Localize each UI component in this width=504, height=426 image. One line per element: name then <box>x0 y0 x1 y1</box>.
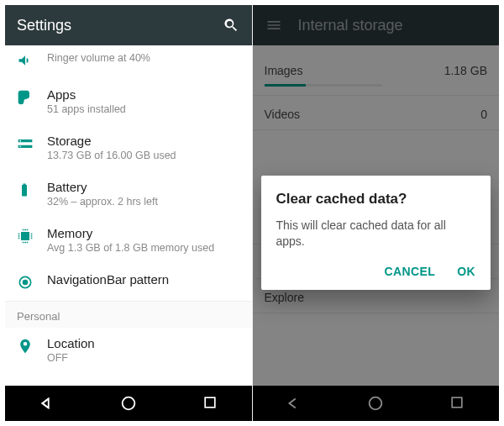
android-navbar-right <box>253 386 500 421</box>
storage-subtitle: 13.73 GB of 16.00 GB used <box>47 150 176 161</box>
svg-point-1 <box>19 146 21 148</box>
navpat-title: NavigationBar pattern <box>47 272 169 287</box>
home-icon[interactable] <box>119 394 138 413</box>
back-icon[interactable] <box>37 394 55 413</box>
settings-list[interactable]: Ringer volume at 40% Apps 51 apps instal… <box>5 45 252 386</box>
cancel-button[interactable]: CANCEL <box>384 265 435 278</box>
svg-point-0 <box>19 140 21 142</box>
recents-icon[interactable] <box>202 394 220 413</box>
apps-title: Apps <box>47 87 126 102</box>
settings-title: Settings <box>17 17 71 34</box>
memory-title: Memory <box>47 226 214 240</box>
location-icon <box>17 338 47 355</box>
battery-icon <box>17 181 47 198</box>
clear-cache-dialog: Clear cached data? This will clear cache… <box>261 176 491 290</box>
section-personal: Personal <box>5 301 252 328</box>
svg-rect-5 <box>205 397 215 408</box>
android-navbar-left <box>5 386 252 421</box>
location-subtitle: OFF <box>47 352 95 364</box>
settings-appbar: Settings <box>5 5 252 45</box>
settings-item-storage[interactable]: Storage 13.73 GB of 16.00 GB used <box>5 125 252 171</box>
settings-item-memory[interactable]: Memory Avg 1.3 GB of 1.8 GB memory used <box>5 218 252 264</box>
battery-subtitle: 32% – approx. 2 hrs left <box>47 196 158 208</box>
svg-point-3 <box>24 281 28 285</box>
memory-icon <box>17 228 47 245</box>
volume-icon <box>17 52 47 69</box>
settings-item-location[interactable]: Location OFF <box>5 328 252 374</box>
storage-appbar: Internal storage <box>253 5 500 45</box>
storage-screen: Internal storage Images 1.18 GB Videos 0 <box>252 5 500 421</box>
settings-item-sound[interactable]: Ringer volume at 40% <box>5 45 252 79</box>
settings-screen: Settings Ringer volume at 40% <box>5 5 252 421</box>
settings-item-navbar-pattern[interactable]: NavigationBar pattern <box>5 264 252 301</box>
dialog-title: Clear cached data? <box>276 191 476 208</box>
search-icon[interactable] <box>222 16 240 34</box>
memory-subtitle: Avg 1.3 GB of 1.8 GB memory used <box>47 242 214 254</box>
navbar-icon <box>17 274 47 291</box>
storage-title: Storage <box>47 134 176 148</box>
settings-item-apps[interactable]: Apps 51 apps installed <box>5 79 252 125</box>
dialog-body: This will clear cached data for all apps… <box>276 218 476 250</box>
apps-subtitle: 51 apps installed <box>47 103 126 115</box>
location-title: Location <box>47 336 95 350</box>
storage-icon <box>17 135 47 152</box>
ok-button[interactable]: OK <box>457 265 475 278</box>
battery-title: Battery <box>47 180 158 194</box>
svg-point-4 <box>122 397 134 410</box>
settings-item-battery[interactable]: Battery 32% – approx. 2 hrs left <box>5 171 252 218</box>
sound-subtitle: Ringer volume at 40% <box>47 52 150 64</box>
apps-icon <box>17 89 47 106</box>
